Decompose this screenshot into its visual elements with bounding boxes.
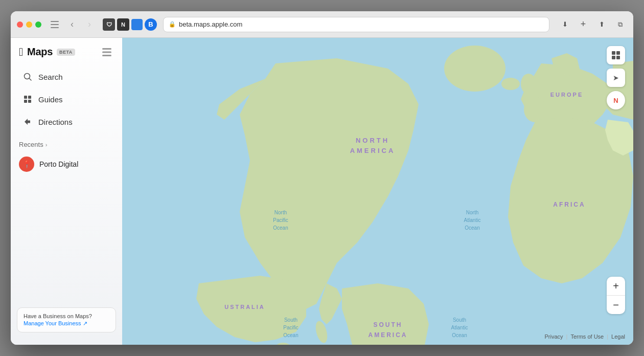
business-cta[interactable]: Have a Business on Maps? Manage Your Bus… [17, 307, 116, 332]
map-area[interactable]: NORTH AMERICA EUROPE AFRICA SOUTH AMERIC… [122, 38, 633, 345]
search-label: Search [38, 73, 63, 81]
svg-text:Ocean: Ocean [273, 225, 288, 231]
svg-point-14 [501, 78, 520, 90]
sidebar-toggle-icon[interactable] [100, 47, 114, 58]
beta-badge: BETA [57, 49, 75, 56]
blue-extension[interactable] [131, 19, 143, 30]
back-button[interactable]: ‹ [65, 17, 79, 32]
zoom-controls: + − [607, 277, 625, 314]
browser-nav: ‹ › [48, 17, 97, 32]
svg-rect-11 [28, 100, 31, 103]
close-button[interactable] [17, 21, 23, 28]
sidebar-nav: Search Guides Directions [11, 66, 122, 132]
compass-n-label: N [613, 97, 618, 104]
svg-rect-1 [51, 24, 59, 25]
shield-extension[interactable]: 🛡 [103, 18, 115, 31]
svg-rect-42 [612, 56, 615, 59]
svg-text:Ocean: Ocean [452, 332, 467, 338]
app-content:  Maps BETA Search [11, 38, 633, 345]
terms-link[interactable]: Terms of Use [570, 333, 604, 340]
airdrop-button[interactable]: ⬇ [558, 17, 572, 32]
recents-section: Recents › 📍 Porto Digital [11, 132, 122, 179]
guides-label: Guides [38, 95, 63, 104]
directions-label: Directions [38, 118, 73, 126]
footer-sep-2: | [607, 333, 608, 340]
svg-rect-43 [616, 56, 620, 59]
compass-button[interactable]: N [607, 91, 625, 109]
business-cta-title: Have a Business on Maps? [24, 313, 109, 319]
sidebar-header:  Maps BETA [11, 46, 122, 66]
zoom-out-button[interactable]: − [607, 296, 625, 314]
svg-rect-41 [616, 51, 620, 55]
directions-icon [22, 116, 33, 127]
guides-icon [22, 94, 33, 105]
address-bar[interactable]: 🔒 beta.maps.apple.com [163, 17, 549, 32]
svg-point-17 [524, 97, 546, 122]
svg-rect-4 [102, 51, 111, 53]
url-text: beta.maps.apple.com [179, 20, 242, 28]
guides-nav-item[interactable]: Guides [16, 88, 117, 110]
svg-line-7 [29, 78, 31, 80]
svg-rect-9 [28, 96, 31, 99]
sidebar:  Maps BETA Search [11, 38, 122, 345]
traffic-lights [17, 21, 41, 28]
svg-text:EUROPE: EUROPE [550, 92, 583, 98]
legal-link[interactable]: Legal [611, 333, 625, 340]
maps-logo-text: Maps [27, 46, 53, 58]
svg-text:South: South [453, 317, 466, 323]
location-button[interactable]: ➤ [607, 69, 625, 87]
svg-text:Ocean: Ocean [465, 225, 479, 231]
new-tab-button[interactable]: + [576, 17, 590, 32]
svg-text:AMERICA: AMERICA [369, 331, 408, 339]
search-nav-item[interactable]: Search [16, 66, 117, 87]
privacy-link[interactable]: Privacy [545, 333, 563, 340]
search-icon [22, 71, 33, 82]
svg-point-13 [444, 46, 505, 92]
browser-window: ‹ › 🛡 N B 🔒 beta.maps.apple.com ⬇ + ⬆ ⧉ … [11, 11, 633, 345]
apple-icon:  [19, 47, 23, 58]
recent-item-porto-digital[interactable]: 📍 Porto Digital [19, 153, 114, 175]
recent-pin-icon: 📍 [19, 157, 34, 172]
svg-rect-5 [102, 55, 111, 56]
tabs-button[interactable]: ⧉ [613, 17, 627, 32]
browser-extensions: 🛡 N B [103, 18, 157, 31]
directions-nav-item[interactable]: Directions [16, 111, 117, 132]
sidebar-footer: Have a Business on Maps? Manage Your Bus… [11, 301, 122, 337]
maximize-button[interactable] [35, 21, 41, 28]
svg-rect-0 [51, 21, 59, 22]
forward-button[interactable]: › [82, 17, 97, 32]
b-extension[interactable]: B [145, 18, 157, 31]
svg-text:Atlantic: Atlantic [464, 217, 481, 223]
svg-text:North: North [274, 210, 287, 215]
map-footer: Privacy | Terms of Use | Legal [545, 333, 626, 340]
notion-extension[interactable]: N [117, 18, 129, 31]
svg-text:USTRALIA: USTRALIA [224, 304, 265, 310]
svg-text:Pacific: Pacific [273, 217, 288, 223]
svg-text:South: South [284, 317, 297, 323]
svg-text:AFRICA: AFRICA [553, 201, 585, 208]
svg-rect-40 [612, 51, 615, 55]
recent-item-name: Porto Digital [39, 160, 78, 168]
map-type-button[interactable] [607, 46, 625, 64]
map-controls: ➤ N [607, 46, 625, 109]
svg-text:Pacific: Pacific [283, 325, 298, 330]
zoom-in-button[interactable]: + [607, 277, 625, 295]
lock-icon: 🔒 [169, 21, 176, 28]
minimize-button[interactable] [26, 21, 32, 28]
svg-point-16 [521, 74, 536, 94]
share-button[interactable]: ⬆ [594, 17, 609, 32]
browser-titlebar: ‹ › 🛡 N B 🔒 beta.maps.apple.com ⬇ + ⬆ ⧉ [11, 11, 633, 38]
svg-rect-8 [24, 96, 27, 99]
maps-logo:  Maps BETA [19, 46, 75, 58]
recents-label: Recents [19, 141, 43, 148]
sidebar-toggle-btn[interactable] [48, 17, 62, 32]
svg-rect-3 [102, 48, 111, 50]
svg-rect-2 [51, 27, 59, 28]
recents-header[interactable]: Recents › [19, 141, 114, 148]
svg-point-15 [296, 69, 327, 89]
business-cta-link[interactable]: Manage Your Business ↗ [24, 320, 109, 327]
svg-text:North: North [466, 210, 478, 215]
svg-text:AMERICA: AMERICA [350, 147, 396, 154]
svg-text:Atlantic: Atlantic [451, 325, 468, 330]
svg-text:NORTH: NORTH [356, 137, 389, 144]
